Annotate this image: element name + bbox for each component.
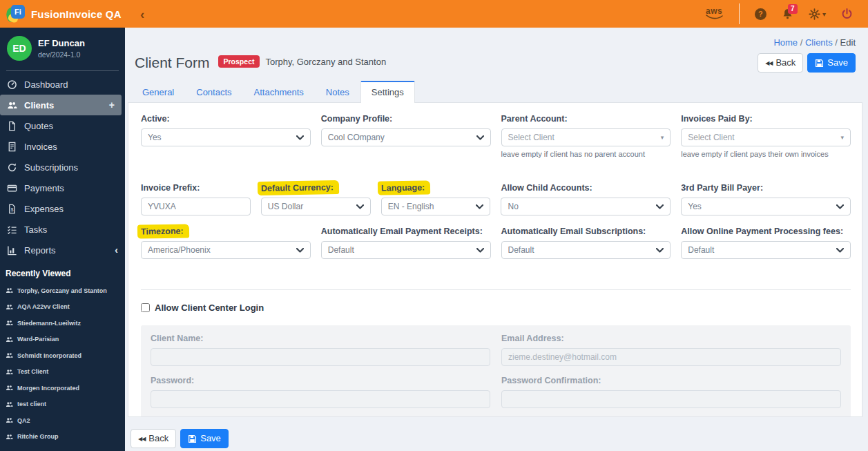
- chevron-down-icon: [836, 248, 844, 253]
- tab-notes[interactable]: Notes: [315, 81, 360, 102]
- sidebar-item-tasks[interactable]: Tasks: [0, 219, 125, 240]
- third-party-bill-payer-select[interactable]: Yes: [681, 198, 851, 215]
- recent-item-label: Morgen Incorporated: [17, 385, 79, 392]
- chart-icon: [7, 245, 17, 256]
- brand-title: FusionInvoice QA: [31, 8, 122, 20]
- save-button[interactable]: Save: [807, 53, 856, 73]
- users-icon: [6, 384, 13, 392]
- settings-menu-button[interactable]: ▾: [809, 8, 826, 20]
- sidebar-item-clients[interactable]: Clients +: [0, 95, 122, 115]
- app-logo-icon: Fi: [6, 5, 25, 23]
- logout-button[interactable]: [841, 8, 853, 20]
- topbar-divider: [739, 3, 740, 24]
- allow-client-center-login-label[interactable]: Allow Client Center Login: [155, 303, 264, 313]
- allow-online-payment-fees-select[interactable]: Default: [681, 241, 851, 259]
- breadcrumb-clients-link[interactable]: Clients: [805, 37, 833, 48]
- recent-item[interactable]: QA2: [0, 412, 125, 429]
- sidebar-item-label: Invoices: [24, 142, 57, 152]
- back-button[interactable]: ◀◀ Back: [758, 53, 803, 73]
- sidebar-item-label: Reports: [24, 245, 56, 256]
- tab-settings[interactable]: Settings: [360, 81, 415, 103]
- invoices-paid-by-helper: leave empty if client pays their own inv…: [681, 150, 851, 158]
- recent-item[interactable]: Morgen Incorporated: [0, 380, 125, 396]
- sidebar-item-expenses[interactable]: $ Expenses: [0, 198, 125, 219]
- invoice-icon: [7, 142, 17, 152]
- sync-icon: [7, 162, 17, 173]
- users-icon: [6, 368, 13, 376]
- allow-client-center-login-checkbox[interactable]: [141, 303, 150, 312]
- chevron-down-icon: [296, 135, 304, 140]
- auto-email-subscriptions-select[interactable]: Default: [501, 241, 671, 259]
- auto-email-payment-receipts-select[interactable]: Default: [321, 241, 491, 259]
- tab-contacts[interactable]: Contacts: [185, 81, 242, 102]
- back-button-bottom[interactable]: ◀◀ Back: [131, 429, 176, 448]
- timezone-select[interactable]: America/Phoenix: [141, 241, 311, 259]
- users-icon: [6, 433, 13, 441]
- parent-account-helper: leave empty if client has no parent acco…: [501, 150, 671, 158]
- recent-item[interactable]: test client: [0, 396, 125, 413]
- notifications-button[interactable]: 7: [782, 8, 793, 20]
- sidebar-collapse-icon[interactable]: ‹: [140, 8, 144, 21]
- allow-online-payment-fees-select-value: Default: [688, 245, 836, 255]
- sidebar-item-invoices[interactable]: Invoices: [0, 136, 125, 157]
- email-address-label: Email Address:: [501, 334, 841, 343]
- language-select[interactable]: EN - English: [381, 198, 491, 215]
- allow-child-accounts-select[interactable]: No: [501, 198, 671, 215]
- recent-item[interactable]: Test Client: [0, 364, 125, 381]
- third-party-bill-payer-select-value: Yes: [688, 202, 836, 211]
- tab-general[interactable]: General: [131, 81, 185, 102]
- users-icon: [7, 100, 17, 111]
- sidebar-item-quotes[interactable]: Quotes: [0, 115, 125, 136]
- breadcrumb-home-link[interactable]: Home: [773, 37, 798, 48]
- save-icon: [815, 59, 824, 68]
- recent-item[interactable]: AQA A22vv Client: [0, 299, 125, 316]
- save-button-bottom[interactable]: Save: [180, 429, 229, 448]
- status-badge: Prospect: [218, 55, 260, 68]
- client-name-label: Client Name:: [151, 334, 490, 343]
- parent-account-select[interactable]: Select Client ▾: [501, 128, 671, 146]
- sidebar-item-label: Clients: [24, 100, 54, 111]
- default-currency-select[interactable]: US Dollar: [261, 198, 371, 215]
- users-icon: [6, 401, 13, 408]
- invoices-paid-by-select-value: Select Client: [688, 133, 840, 142]
- sidebar-item-dashboard[interactable]: Dashboard: [0, 74, 125, 95]
- chevron-down-icon: [476, 248, 484, 253]
- brand[interactable]: Fi FusionInvoice QA: [0, 5, 125, 23]
- recent-item[interactable]: Ritchie Group: [0, 429, 125, 445]
- dropdown-arrow-icon: ▾: [840, 134, 844, 141]
- breadcrumb-separator: /: [835, 37, 838, 48]
- recent-item[interactable]: Ward-Parisian: [0, 332, 125, 348]
- sidebar-item-payments[interactable]: Payments: [0, 177, 125, 198]
- sidebar-item-label: Quotes: [24, 121, 53, 131]
- notification-count-badge: 7: [788, 4, 798, 14]
- auto-email-payment-receipts-label: Automatically Email Payment Receipts:: [321, 227, 491, 236]
- company-profile-select[interactable]: Cool COmpany: [321, 128, 491, 146]
- recently-viewed-title: Recently Viewed: [0, 260, 125, 282]
- sidebar-item-subscriptions[interactable]: Subscriptions: [0, 157, 125, 177]
- allow-online-payment-fees-label: Allow Online Payment Processing fees:: [681, 227, 851, 236]
- sidebar-item-label: Expenses: [24, 204, 64, 214]
- help-button[interactable]: ?: [755, 8, 766, 20]
- recent-item[interactable]: Torphy, Gorczany and Stanton: [0, 282, 125, 299]
- top-bar: Fi FusionInvoice QA ‹ aws ? 7 ▾: [0, 0, 868, 28]
- active-label: Active:: [141, 114, 311, 124]
- parent-account-label: Parent Account:: [501, 114, 671, 124]
- users-icon: [6, 336, 13, 343]
- recent-item-label: Stiedemann-Lueilwitz: [17, 320, 81, 327]
- chevron-down-icon: [356, 204, 364, 209]
- settings-tab-panel: Active: Yes Company Profile: Cool COmpan…: [128, 103, 862, 417]
- auto-email-payment-receipts-select-value: Default: [328, 245, 476, 255]
- tab-attachments[interactable]: Attachments: [243, 81, 315, 102]
- active-select-value: Yes: [148, 133, 296, 142]
- recent-item[interactable]: Stiedemann-Lueilwitz: [0, 315, 125, 332]
- recent-item[interactable]: Schmidt Incorporated: [0, 347, 125, 364]
- tasks-icon: [7, 224, 17, 235]
- invoices-paid-by-select[interactable]: Select Client ▾: [681, 128, 851, 146]
- active-select[interactable]: Yes: [141, 128, 311, 146]
- add-client-icon[interactable]: +: [109, 99, 115, 111]
- invoice-prefix-input[interactable]: [141, 198, 251, 215]
- sidebar-item-reports[interactable]: Reports ‹: [0, 240, 125, 260]
- client-center-login-panel: Client Name: Email Address: Password: Pa…: [141, 325, 851, 417]
- user-block[interactable]: ED EF Duncan dev/2024-1.0: [0, 28, 125, 70]
- timezone-select-value: America/Phoenix: [148, 245, 296, 255]
